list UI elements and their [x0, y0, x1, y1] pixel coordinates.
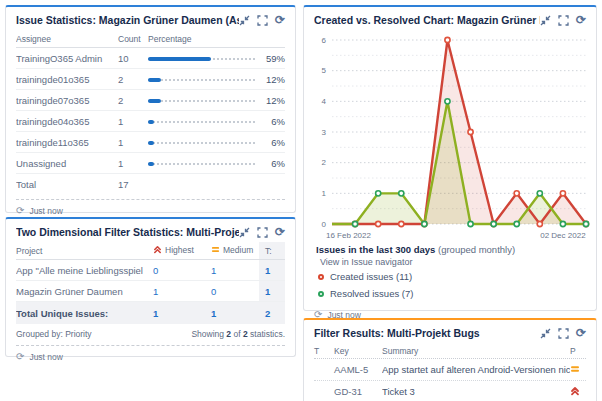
table-row: App "Alle meine Lieblingsspiele" 0 1 1 [16, 260, 285, 281]
gadget-filter-results: Filter Results: Multi-Projekt Bugs ⟳ T K… [303, 318, 597, 401]
assignee-link[interactable]: Unassigned [16, 158, 118, 169]
percentage-value: 12% [261, 74, 285, 85]
assignee-link[interactable]: trainingde01o365 [16, 74, 118, 85]
table-header: Assignee Count Percentage [16, 30, 285, 48]
svg-text:3: 3 [322, 128, 327, 137]
gadget-title: Created vs. Resolved Chart: Magazin Grün… [314, 14, 540, 26]
issue-key-link[interactable]: GD-31 [334, 386, 382, 397]
expand-icon[interactable] [558, 328, 569, 339]
percentage-bar [148, 140, 255, 145]
count-value: 10 [118, 53, 148, 64]
medium-priority-icon [211, 245, 220, 256]
table-row: Unassigned 1 6% [16, 153, 285, 174]
project-link[interactable]: Magazin Grüner Daumen [16, 286, 143, 297]
svg-text:6: 6 [322, 36, 327, 45]
count-value: 1 [118, 158, 148, 169]
expand-icon[interactable] [257, 227, 268, 238]
refresh-status: Just now [29, 352, 63, 362]
showing-label: Showing 2 of 2 statistics. [191, 329, 285, 339]
percentage-bar [148, 77, 255, 82]
column-total: T: [259, 242, 285, 259]
issue-row: AAML-5 App startet auf älteren Android-V… [314, 359, 586, 381]
assignee-link[interactable]: TrainingO365 Admin [16, 53, 118, 64]
collapse-icon[interactable] [239, 15, 250, 26]
refresh-icon[interactable]: ⟳ [275, 227, 285, 237]
percentage-bar [148, 56, 255, 61]
table-row: trainingde11o365 1 6% [16, 132, 285, 153]
svg-text:5: 5 [322, 66, 327, 75]
expand-icon[interactable] [558, 15, 569, 26]
total-unique-row: Total Unique Issues: 1 1 2 [16, 302, 285, 324]
collapse-icon[interactable] [239, 227, 250, 238]
column-type: T [314, 346, 334, 356]
assignee-link[interactable]: trainingde11o365 [16, 137, 118, 148]
issue-summary-link[interactable]: App startet auf älteren Android-Versione… [382, 364, 570, 375]
gadget-title: Issue Statistics: Magazin Grüner Daumen … [16, 14, 239, 26]
column-percentage: Percentage [148, 34, 285, 44]
issue-key-link[interactable]: AAML-5 [334, 364, 382, 375]
column-project: Project [16, 246, 143, 256]
percentage-value: 6% [261, 116, 285, 127]
legend-label: Resolved issues (7) [330, 288, 413, 299]
refresh-icon[interactable]: ⟳ [576, 15, 586, 25]
gadget-created-vs-resolved: Created vs. Resolved Chart: Magazin Grün… [303, 5, 597, 311]
total-unique-label: Total Unique Issues: [16, 308, 143, 319]
stat-value[interactable]: 1 [201, 265, 259, 276]
percentage-value: 6% [261, 158, 285, 169]
column-summary: Summary [382, 346, 570, 356]
column-medium: Medium [201, 245, 259, 256]
gadget-issue-statistics: Issue Statistics: Magazin Grüner Daumen … [5, 5, 296, 213]
svg-text:0: 0 [322, 220, 327, 229]
collapse-icon[interactable] [540, 328, 551, 339]
percentage-bar [148, 119, 255, 124]
table-header: Project Highest Medium T: [16, 242, 285, 260]
svg-text:1: 1 [322, 189, 327, 198]
gadget-title: Two Dimensional Filter Statistics: Multi… [16, 226, 239, 238]
created-series-marker-icon [318, 274, 324, 280]
stat-value[interactable]: 0 [143, 265, 201, 276]
highest-priority-icon [570, 386, 586, 398]
count-value: 1 [118, 116, 148, 127]
stat-total: 1 [201, 308, 259, 319]
stat-total[interactable]: 1 [259, 281, 285, 301]
assignee-link[interactable]: trainingde07o365 [16, 95, 118, 106]
refresh-icon[interactable]: ⟳ [275, 15, 285, 25]
count-value: 2 [118, 74, 148, 85]
count-value: 2 [118, 95, 148, 106]
svg-text:4: 4 [322, 97, 327, 106]
stat-value[interactable]: 1 [143, 286, 201, 297]
percentage-value: 12% [261, 95, 285, 106]
percentage-bar [148, 161, 255, 166]
refresh-status-icon[interactable]: ⟳ [16, 351, 24, 362]
percentage-value: 59% [261, 53, 285, 64]
issue-summary-link[interactable]: Ticket 3 [382, 386, 570, 397]
column-count: Count [118, 34, 148, 44]
stat-total: 1 [143, 308, 201, 319]
table-row: Magazin Grüner Daumen 1 0 1 [16, 281, 285, 302]
stat-value[interactable]: 0 [201, 286, 259, 297]
column-highest: Highest [143, 245, 201, 256]
table-row: trainingde07o365 2 12% [16, 90, 285, 111]
svg-text:16 Feb 2022: 16 Feb 2022 [326, 231, 371, 240]
percentage-bar [148, 98, 255, 103]
project-link[interactable]: App "Alle meine Lieblingsspiele" [16, 265, 143, 276]
issue-row: GD-31 Ticket 3 [314, 381, 586, 401]
stat-total[interactable]: 1 [259, 260, 285, 280]
table-header: T Key Summary P [314, 343, 586, 359]
table-row: trainingde04o365 1 6% [16, 111, 285, 132]
refresh-status-icon[interactable]: ⟳ [16, 205, 24, 216]
view-in-issue-navigator-link[interactable]: View in Issue navigator [316, 255, 584, 268]
dashboard: Issue Statistics: Magazin Grüner Daumen … [0, 0, 602, 401]
legend-item-resolved[interactable]: Resolved issues (7) [316, 285, 584, 302]
refresh-status: Just now [29, 206, 63, 216]
collapse-icon[interactable] [540, 15, 551, 26]
refresh-icon[interactable]: ⟳ [576, 328, 586, 338]
count-value: 1 [118, 137, 148, 148]
grouped-by-label: Grouped by: Priority [16, 329, 92, 339]
expand-icon[interactable] [257, 15, 268, 26]
highest-priority-icon [153, 245, 162, 256]
column-priority: P [570, 346, 586, 356]
legend-item-created[interactable]: Created issues (11) [316, 268, 584, 285]
assignee-link[interactable]: trainingde04o365 [16, 116, 118, 127]
percentage-value: 6% [261, 137, 285, 148]
